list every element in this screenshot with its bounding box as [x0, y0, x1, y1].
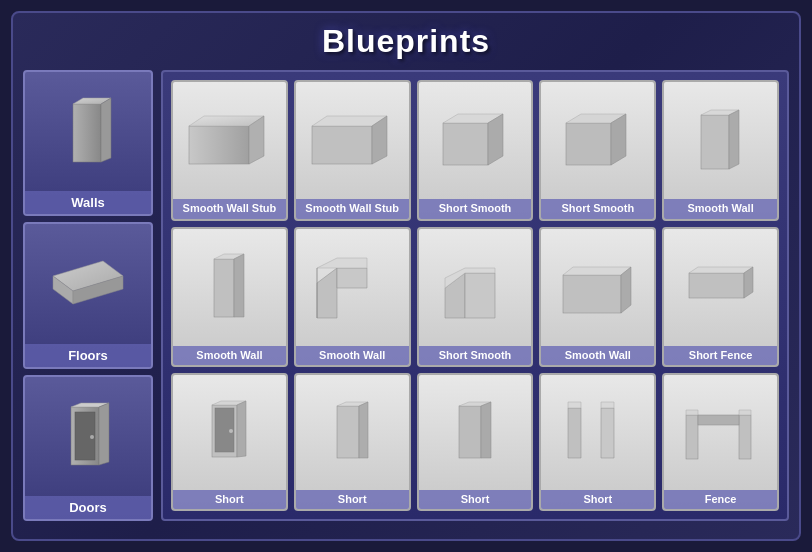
svg-marker-46	[237, 401, 246, 457]
short-smooth-1-label: Short Smooth	[419, 199, 532, 218]
svg-marker-37	[563, 267, 631, 275]
svg-marker-19	[488, 114, 503, 165]
smooth-wall-stub-1-icon	[173, 82, 286, 199]
page-title: Blueprints	[23, 23, 789, 60]
smooth-wall-1-icon	[664, 82, 777, 199]
svg-marker-61	[739, 410, 751, 415]
svg-marker-29	[317, 268, 337, 318]
smooth-wall-4-icon	[541, 229, 654, 346]
svg-marker-31	[317, 258, 367, 268]
smooth-wall-stub-2-icon	[296, 82, 409, 199]
smooth-wall-3-icon	[296, 229, 409, 346]
svg-marker-30	[337, 268, 367, 288]
short-2-icon	[296, 375, 409, 489]
grid-item-short-smooth-1[interactable]: Short Smooth	[417, 80, 534, 221]
svg-rect-17	[443, 123, 488, 165]
svg-rect-39	[689, 273, 744, 298]
svg-marker-53	[568, 408, 581, 458]
short-smooth-2-label: Short Smooth	[541, 199, 654, 218]
grid-item-short-smooth-3[interactable]: Short Smooth	[417, 227, 534, 368]
short-2-label: Short	[296, 490, 409, 509]
floors-label: Floors	[25, 344, 151, 367]
short-1-label: Short	[173, 490, 286, 509]
svg-rect-11	[189, 126, 249, 164]
svg-marker-55	[568, 402, 581, 408]
grid-item-smooth-wall-4[interactable]: Smooth Wall	[539, 227, 656, 368]
svg-marker-2	[101, 98, 111, 162]
blueprint-grid: Smooth Wall Stub Smooth Wall Stub	[171, 80, 779, 511]
short-smooth-1-icon	[419, 82, 532, 199]
smooth-wall-2-label: Smooth Wall	[173, 346, 286, 365]
short-3-icon	[419, 375, 532, 489]
svg-rect-58	[739, 415, 751, 459]
grid-item-short-1[interactable]: Short	[171, 373, 288, 511]
svg-rect-0	[73, 104, 101, 162]
smooth-wall-4-label: Smooth Wall	[541, 346, 654, 365]
grid-item-smooth-wall-1[interactable]: Smooth Wall	[662, 80, 779, 221]
grid-item-short-4[interactable]: Short	[539, 373, 656, 511]
sidebar-item-floors[interactable]: Floors	[23, 222, 153, 368]
smooth-wall-3-label: Smooth Wall	[296, 346, 409, 365]
svg-marker-28	[234, 254, 244, 317]
doors-icon	[25, 377, 151, 496]
grid-item-short-2[interactable]: Short	[294, 373, 411, 511]
svg-marker-40	[689, 267, 753, 273]
svg-rect-23	[701, 115, 729, 169]
smooth-wall-stub-2-label: Smooth Wall Stub	[296, 199, 409, 218]
short-1-icon	[173, 375, 286, 489]
short-smooth-2-icon	[541, 82, 654, 199]
grid-item-smooth-wall-stub-1[interactable]: Smooth Wall Stub	[171, 80, 288, 221]
grid-item-smooth-wall-stub-2[interactable]: Smooth Wall Stub	[294, 80, 411, 221]
grid-item-smooth-wall-3[interactable]: Smooth Wall	[294, 227, 411, 368]
svg-point-44	[229, 429, 233, 433]
svg-marker-54	[601, 408, 614, 458]
svg-marker-49	[359, 402, 368, 458]
sidebar: Walls	[23, 70, 153, 521]
short-smooth-3-label: Short Smooth	[419, 346, 532, 365]
short-3-label: Short	[419, 490, 532, 509]
svg-rect-50	[459, 406, 481, 458]
svg-point-8	[90, 435, 94, 439]
short-smooth-3-icon	[419, 229, 532, 346]
short-fence-1-label: Short Fence	[664, 346, 777, 365]
blueprints-window: Blueprints	[11, 11, 801, 541]
doors-label: Doors	[25, 496, 151, 519]
floors-icon	[25, 224, 151, 343]
svg-rect-20	[566, 123, 611, 165]
svg-rect-47	[337, 406, 359, 458]
grid-item-short-fence-1[interactable]: Short Fence	[662, 227, 779, 368]
grid-item-short-smooth-2[interactable]: Short Smooth	[539, 80, 656, 221]
svg-marker-52	[481, 402, 491, 458]
smooth-wall-1-label: Smooth Wall	[664, 199, 777, 218]
svg-rect-36	[563, 275, 621, 313]
main-layout: Walls	[23, 70, 789, 521]
svg-marker-25	[729, 110, 739, 169]
svg-marker-10	[99, 403, 109, 465]
fence-1-label: Fence	[664, 490, 777, 509]
svg-marker-56	[601, 402, 614, 408]
svg-rect-26	[214, 259, 234, 317]
svg-marker-60	[686, 410, 698, 415]
svg-rect-14	[312, 126, 372, 164]
smooth-wall-stub-1-label: Smooth Wall Stub	[173, 199, 286, 218]
grid-item-smooth-wall-2[interactable]: Smooth Wall	[171, 227, 288, 368]
svg-marker-22	[611, 114, 626, 165]
svg-marker-34	[465, 273, 495, 318]
svg-marker-38	[621, 267, 631, 313]
grid-item-fence-1[interactable]: Fence	[662, 373, 779, 511]
sidebar-item-doors[interactable]: Doors	[23, 375, 153, 521]
short-4-label: Short	[541, 490, 654, 509]
short-fence-1-icon	[664, 229, 777, 346]
svg-rect-57	[686, 415, 698, 459]
blueprint-grid-area: Smooth Wall Stub Smooth Wall Stub	[161, 70, 789, 521]
smooth-wall-2-icon	[173, 229, 286, 346]
walls-icon	[25, 72, 151, 191]
sidebar-item-walls[interactable]: Walls	[23, 70, 153, 216]
walls-label: Walls	[25, 191, 151, 214]
short-4-icon	[541, 375, 654, 489]
grid-item-short-3[interactable]: Short	[417, 373, 534, 511]
svg-rect-59	[698, 415, 739, 425]
fence-1-icon	[664, 375, 777, 489]
